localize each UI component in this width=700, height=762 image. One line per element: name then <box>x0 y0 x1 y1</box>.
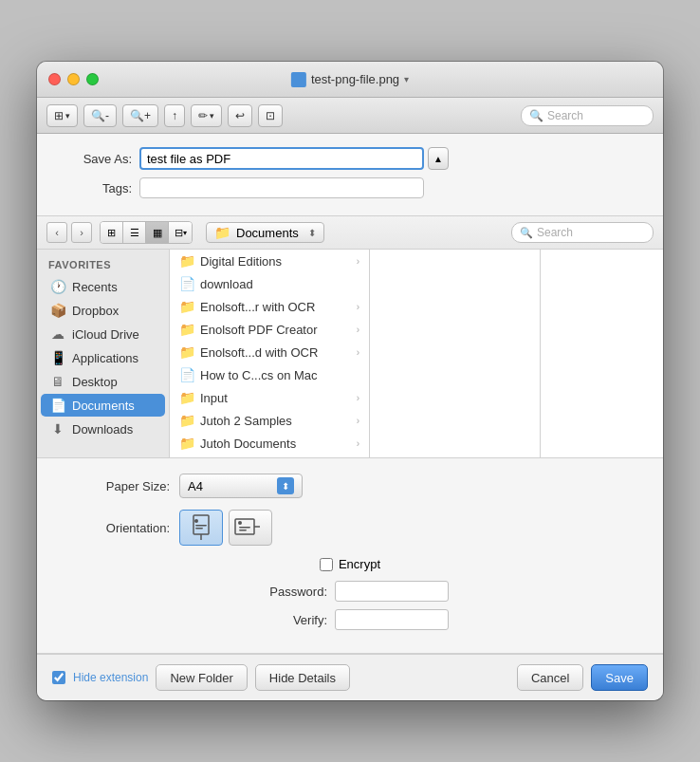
folder-icon: 📁 <box>179 344 194 360</box>
verify-label: Verify: <box>251 613 327 627</box>
rotate-icon: ↩ <box>235 109 245 122</box>
gallery-arrow: ▾ <box>183 229 187 237</box>
location-selector[interactable]: 📁 Documents ⬍ <box>206 222 324 243</box>
encrypt-checkbox[interactable] <box>320 558 333 571</box>
view-toggle-btn[interactable]: ⊞ ▾ <box>46 104 78 127</box>
list-item[interactable]: 📁 Enolsoft...r with OCR › <box>170 295 369 318</box>
maximize-button[interactable] <box>86 73 99 85</box>
hide-extension-label[interactable]: Hide extension <box>73 671 148 684</box>
toolbar-search-icon: 🔍 <box>529 109 543 122</box>
file-name: Jutoh Documents <box>200 437 296 451</box>
sidebar-item-dropbox[interactable]: 📦 Dropbox <box>41 299 165 322</box>
svg-rect-4 <box>195 528 203 530</box>
browser-search-icon: 🔍 <box>520 227 533 239</box>
sidebar-item-label: Recents <box>72 280 118 294</box>
icon-view-btn[interactable]: ⊞ <box>101 222 123 243</box>
sidebar-item-label: Dropbox <box>72 304 119 318</box>
sidebar-item-label: Documents <box>72 399 135 413</box>
applications-icon: 📱 <box>50 350 65 365</box>
sidebar-item-downloads[interactable]: ⬇ Downloads <box>41 418 165 440</box>
file-type-icon <box>291 72 306 87</box>
verify-row: Verify: <box>56 609 644 630</box>
file-name: Digital Editions <box>200 254 282 269</box>
gallery-view-icon: ⊟ <box>175 227 183 239</box>
file-browser-area: ‹ › ⊞ ☰ ▦ ⊟ ▾ 📁 <box>37 216 663 458</box>
landscape-btn[interactable] <box>229 510 272 546</box>
window-title: test-png-file.png <box>311 72 399 86</box>
save-button[interactable]: Save <box>591 664 648 691</box>
gallery-view-btn[interactable]: ⊟ ▾ <box>169 222 192 243</box>
list-item[interactable]: 📁 Enolsoft...d with OCR › <box>170 341 369 363</box>
list-item[interactable]: 📁 Digital Editions › <box>170 250 369 272</box>
share-btn[interactable]: ↑ <box>164 104 185 127</box>
paper-size-row: Paper Size: A4 ⬍ <box>56 474 644 498</box>
list-item[interactable]: 📁 Jutoh Documents › <box>170 432 369 455</box>
folder-icon: 📁 <box>179 322 194 337</box>
paper-size-label: Paper Size: <box>56 479 170 493</box>
list-item[interactable]: 📁 libmtp › <box>170 455 369 457</box>
browser-search-box[interactable]: 🔍 Search <box>511 222 654 243</box>
save-as-section: Save As: ▲ Tags: <box>37 134 663 216</box>
rotate-btn[interactable]: ↩ <box>228 104 252 127</box>
minimize-button[interactable] <box>67 73 80 85</box>
sidebar-item-recents[interactable]: 🕐 Recents <box>41 275 165 298</box>
back-icon: ‹ <box>55 227 59 238</box>
hide-details-button[interactable]: Hide Details <box>255 664 350 691</box>
sidebar: Favorites 🕐 Recents 📦 Dropbox ☁ iCloud D… <box>37 250 170 457</box>
list-view-btn[interactable]: ☰ <box>123 222 146 243</box>
portrait-btn[interactable] <box>179 510 223 546</box>
save-as-arrow-btn[interactable]: ▲ <box>428 147 449 170</box>
sidebar-item-label: Desktop <box>72 375 118 389</box>
tags-input[interactable] <box>139 177 424 198</box>
title-bar: test-png-file.png ▾ <box>37 62 663 98</box>
new-folder-button[interactable]: New Folder <box>156 664 247 691</box>
chevron-right-icon: › <box>357 325 359 335</box>
folder-icon: 📁 <box>179 436 194 451</box>
save-as-input[interactable] <box>139 147 424 170</box>
zoom-out-icon: 🔍- <box>91 109 109 122</box>
cancel-button[interactable]: Cancel <box>517 664 583 691</box>
verify-input[interactable] <box>335 609 449 630</box>
orientation-label: Orientation: <box>56 521 170 535</box>
folder-icon: 📁 <box>179 299 194 314</box>
folder-icon: 📁 <box>179 390 194 405</box>
password-label: Password: <box>251 585 327 599</box>
list-item[interactable]: 📁 Input › <box>170 386 369 409</box>
zoom-in-btn[interactable]: 🔍+ <box>122 104 158 127</box>
toolbar-search-box[interactable]: 🔍 Search <box>521 105 654 126</box>
sidebar-item-applications[interactable]: 📱 Applications <box>41 346 165 369</box>
main-file-pane: 📁 Digital Editions › 📄 download 📁 Enolso… <box>170 250 369 457</box>
sidebar-item-desktop[interactable]: 🖥 Desktop <box>41 370 165 393</box>
back-btn[interactable]: ‹ <box>46 222 67 243</box>
encrypt-label[interactable]: Encrypt <box>339 557 380 571</box>
arrow-up-icon: ▲ <box>433 154 443 164</box>
close-button[interactable] <box>48 73 61 85</box>
window-title-area: test-png-file.png ▾ <box>291 72 409 87</box>
bottom-bar: Hide extension New Folder Hide Details C… <box>37 654 663 700</box>
list-item[interactable]: 📄 How to C...cs on Mac <box>170 363 369 386</box>
column-view-icon: ▦ <box>153 227 162 239</box>
chevron-right-icon: › <box>357 416 359 426</box>
paper-size-value: A4 <box>188 479 203 493</box>
zoom-out-btn[interactable]: 🔍- <box>83 104 117 127</box>
recents-icon: 🕐 <box>50 279 65 294</box>
sidebar-item-icloud[interactable]: ☁ iCloud Drive <box>41 323 165 345</box>
password-input[interactable] <box>335 581 449 602</box>
list-item[interactable]: 📄 download <box>170 272 369 295</box>
save-dialog-window: test-png-file.png ▾ ⊞ ▾ 🔍- 🔍+ ↑ ✏ ▾ ↩ ⊡ … <box>37 62 663 700</box>
hide-extension-checkbox[interactable] <box>52 671 65 684</box>
title-chevron-icon: ▾ <box>404 74 409 84</box>
column-view-btn[interactable]: ▦ <box>146 222 169 243</box>
crop-btn[interactable]: ⊡ <box>258 104 283 127</box>
traffic-lights <box>48 73 99 85</box>
annotate-btn[interactable]: ✏ ▾ <box>191 104 222 127</box>
file-name: Enolsoft...r with OCR <box>200 300 315 314</box>
downloads-icon: ⬇ <box>50 421 65 437</box>
file-name: How to C...cs on Mac <box>200 368 318 382</box>
list-item[interactable]: 📁 Enolsoft PDF Creator › <box>170 318 369 341</box>
paper-size-select[interactable]: A4 ⬍ <box>179 474 303 498</box>
sidebar-item-documents[interactable]: 📄 Documents <box>41 394 165 417</box>
list-item[interactable]: 📁 Jutoh 2 Samples › <box>170 409 369 432</box>
paper-size-arrow: ⬍ <box>277 477 294 494</box>
forward-btn[interactable]: › <box>71 222 92 243</box>
